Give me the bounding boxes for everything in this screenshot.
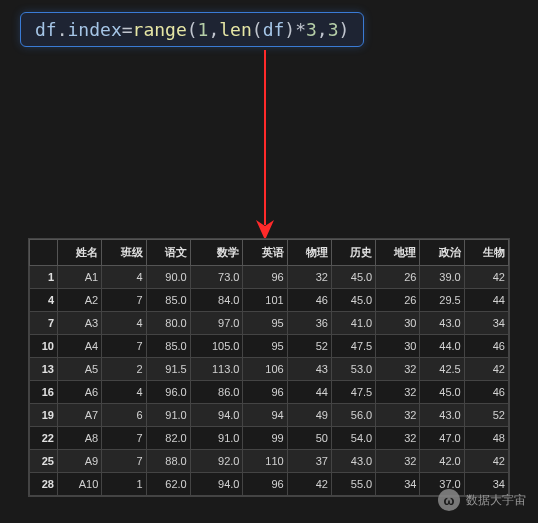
cell: 30: [376, 312, 420, 335]
cell: 32: [376, 381, 420, 404]
cell: 52: [287, 335, 331, 358]
cell: 54.0: [331, 427, 375, 450]
cell: 105.0: [190, 335, 243, 358]
cell: 94: [243, 404, 287, 427]
cell: 30: [376, 335, 420, 358]
cell: 97.0: [190, 312, 243, 335]
cell: 95: [243, 312, 287, 335]
row-index: 22: [30, 427, 58, 450]
cell: 46: [464, 335, 508, 358]
table-row: 28A10162.094.0964255.03437.034: [30, 473, 509, 496]
cell: 101: [243, 289, 287, 312]
cell: 4: [102, 312, 146, 335]
cell: 42: [464, 450, 508, 473]
cell: A9: [58, 450, 102, 473]
cell: A8: [58, 427, 102, 450]
table-row: 7A3480.097.0953641.03043.034: [30, 312, 509, 335]
cell: 47.5: [331, 381, 375, 404]
cell: 4: [102, 266, 146, 289]
cell: 91.5: [146, 358, 190, 381]
cell: 7: [102, 427, 146, 450]
dataframe-table: 姓名班级语文数学英语物理历史地理政治生物 1A1490.073.0963245.…: [28, 238, 510, 497]
data-table: 姓名班级语文数学英语物理历史地理政治生物 1A1490.073.0963245.…: [29, 239, 509, 496]
cell: 43.0: [420, 312, 464, 335]
cell: 91.0: [146, 404, 190, 427]
cell: 44: [287, 381, 331, 404]
cell: 4: [102, 381, 146, 404]
cell: 49: [287, 404, 331, 427]
cell: 43: [287, 358, 331, 381]
row-index: 1: [30, 266, 58, 289]
cell: 91.0: [190, 427, 243, 450]
cell: 99: [243, 427, 287, 450]
cell: 94.0: [190, 473, 243, 496]
code-token: range: [133, 19, 187, 40]
column-header: 物理: [287, 240, 331, 266]
cell: 42: [464, 266, 508, 289]
cell: 96: [243, 473, 287, 496]
code-token: (: [252, 19, 263, 40]
column-header: 生物: [464, 240, 508, 266]
cell: A1: [58, 266, 102, 289]
cell: 86.0: [190, 381, 243, 404]
cell: A10: [58, 473, 102, 496]
cell: 85.0: [146, 289, 190, 312]
cell: 88.0: [146, 450, 190, 473]
code-token: 3: [306, 19, 317, 40]
cell: 43.0: [331, 450, 375, 473]
cell: 55.0: [331, 473, 375, 496]
watermark-text: 数据大宇宙: [466, 492, 526, 509]
code-token: df: [35, 19, 57, 40]
column-header: 语文: [146, 240, 190, 266]
cell: A5: [58, 358, 102, 381]
cell: 52: [464, 404, 508, 427]
column-header: 历史: [331, 240, 375, 266]
cell: 43.0: [420, 404, 464, 427]
table-row: 25A9788.092.01103743.03242.042: [30, 450, 509, 473]
cell: 45.0: [331, 266, 375, 289]
cell: A2: [58, 289, 102, 312]
cell: 34: [376, 473, 420, 496]
cell: 106: [243, 358, 287, 381]
code-token: df: [263, 19, 285, 40]
cell: 47.5: [331, 335, 375, 358]
cell: 110: [243, 450, 287, 473]
code-token: len: [219, 19, 252, 40]
cell: 96: [243, 266, 287, 289]
cell: 62.0: [146, 473, 190, 496]
cell: 44.0: [420, 335, 464, 358]
cell: 73.0: [190, 266, 243, 289]
cell: 41.0: [331, 312, 375, 335]
column-header: 政治: [420, 240, 464, 266]
cell: 7: [102, 450, 146, 473]
cell: 32: [376, 358, 420, 381]
cell: 96: [243, 381, 287, 404]
row-index: 13: [30, 358, 58, 381]
code-block: df.index=range(1,len(df)*3,3): [20, 12, 364, 47]
cell: 44: [464, 289, 508, 312]
cell: 53.0: [331, 358, 375, 381]
cell: A3: [58, 312, 102, 335]
row-index: 16: [30, 381, 58, 404]
code-token: (: [187, 19, 198, 40]
table-row: 1A1490.073.0963245.02639.042: [30, 266, 509, 289]
cell: 46: [287, 289, 331, 312]
cell: 45.0: [420, 381, 464, 404]
cell: 46: [464, 381, 508, 404]
column-header: 英语: [243, 240, 287, 266]
cell: 7: [102, 289, 146, 312]
cell: 26: [376, 266, 420, 289]
cell: 94.0: [190, 404, 243, 427]
code-token: ,: [317, 19, 328, 40]
cell: 56.0: [331, 404, 375, 427]
arrow-down-icon: [250, 50, 280, 240]
cell: 85.0: [146, 335, 190, 358]
cell: 39.0: [420, 266, 464, 289]
code-token: ,: [208, 19, 219, 40]
cell: A4: [58, 335, 102, 358]
row-index: 10: [30, 335, 58, 358]
cell: A6: [58, 381, 102, 404]
code-token: ): [339, 19, 350, 40]
row-index: 19: [30, 404, 58, 427]
cell: 29.5: [420, 289, 464, 312]
